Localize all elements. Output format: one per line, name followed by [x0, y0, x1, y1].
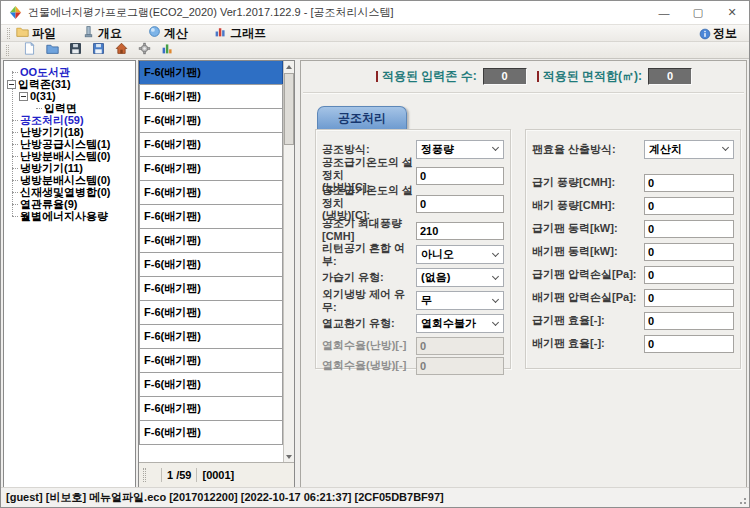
save-icon: [69, 41, 82, 59]
tree-branch-line: [12, 204, 18, 205]
fan-field-input[interactable]: [644, 312, 734, 330]
fan-field-input[interactable]: [644, 335, 734, 353]
air-handling-field-input: [416, 357, 504, 375]
list-item-label: F-6(배기팬): [144, 65, 201, 80]
fan-field-input[interactable]: [644, 197, 734, 215]
tab-air-handling[interactable]: 공조처리: [317, 106, 407, 129]
detail-panel: 적용된 입력존 수: 0 적용된 면적합(㎡): 0 공조처리 공조방식:정풍량…: [300, 60, 747, 488]
chevron-down-icon: [492, 249, 499, 256]
list-item[interactable]: F-6(배기팬): [139, 108, 283, 133]
list-item-label: F-6(배기팬): [144, 377, 201, 392]
new-file-button[interactable]: [22, 43, 36, 57]
menu-item-overview[interactable]: 개요: [82, 25, 122, 42]
save-button[interactable]: [68, 43, 82, 57]
main-area: OO도서관입력존(31)0(31)입력면공조처리(59)난방기기(18)난방공급…: [1, 59, 749, 489]
select-value: 정풍량: [421, 142, 454, 157]
status-text: [guest] [비보호] 메뉴얼파일.eco [2017012200] [20…: [6, 490, 444, 505]
tree-branch-line: [12, 216, 18, 217]
chevron-down-icon: [492, 272, 499, 279]
list-scrollbar[interactable]: [283, 61, 294, 462]
menu-item-label: 그래프: [230, 25, 266, 42]
form-row: 배기팬 압력손실[Pa]:: [532, 286, 734, 309]
scroll-up-arrow[interactable]: [284, 61, 294, 72]
list-item[interactable]: F-6(배기팬): [139, 156, 283, 181]
form-row: 급기팬 압력손실[Pa]:: [532, 263, 734, 286]
scrollbar-thumb[interactable]: [284, 73, 294, 145]
field-label: 급기팬 효율[-]:: [532, 314, 644, 327]
list-item[interactable]: F-6(배기팬): [139, 61, 283, 85]
open-folder-button[interactable]: [45, 43, 59, 57]
list-item-label: F-6(배기팬): [144, 233, 201, 248]
field-label: 배기팬 동력[kW]:: [532, 245, 644, 258]
field-label: 리턴공기 혼합 여부:: [322, 242, 416, 267]
save-as-button[interactable]: [91, 43, 105, 57]
close-button[interactable]: ✕: [715, 1, 749, 24]
collapse-icon[interactable]: [19, 92, 28, 101]
tree-branch-line: [12, 180, 18, 181]
chart-icon: [161, 41, 174, 59]
field-label: 가습기 유형:: [322, 271, 416, 284]
list-item[interactable]: F-6(배기팬): [139, 372, 283, 397]
form-row: 열회수율(난방)[-]: [322, 335, 504, 355]
tree-item[interactable]: 월별에너지사용량: [4, 210, 135, 222]
minimize-button[interactable]: —: [647, 1, 681, 24]
project-tree-panel: OO도서관입력존(31)0(31)입력면공조처리(59)난방기기(18)난방공급…: [3, 60, 136, 488]
settings-button[interactable]: [137, 43, 151, 57]
calc-menu-icon: [148, 25, 161, 41]
tree-branch-line: [12, 144, 18, 145]
air-handling-field-select[interactable]: 정풍량: [416, 140, 504, 159]
field-label: 급기팬 동력[kW]:: [532, 222, 644, 235]
list-item[interactable]: F-6(배기팬): [139, 348, 283, 373]
air-handling-field-select[interactable]: 아니오: [416, 245, 504, 264]
form-row: 가습기 유형:(없음): [322, 266, 504, 289]
menu-item-graph[interactable]: 그래프: [214, 25, 266, 42]
field-label: 열교환기 유형:: [322, 317, 416, 330]
menu-item-file[interactable]: 파일: [16, 25, 56, 42]
air-handling-field-input[interactable]: [416, 195, 504, 213]
air-handling-field-select[interactable]: 열회수불가: [416, 314, 504, 333]
list-item-label: F-6(배기팬): [144, 137, 201, 152]
collapse-icon[interactable]: [7, 80, 16, 89]
home-button[interactable]: [114, 43, 128, 57]
list-item[interactable]: F-6(배기팬): [139, 204, 283, 229]
list-item[interactable]: F-6(배기팬): [139, 300, 283, 325]
list-item[interactable]: F-6(배기팬): [139, 132, 283, 157]
window-controls: — ▢ ✕: [647, 1, 749, 24]
field-label: 급기팬 압력손실[Pa]:: [532, 268, 644, 281]
air-handling-field-input[interactable]: [416, 222, 504, 240]
tree-branch-line: [12, 72, 18, 73]
chart-button[interactable]: [160, 43, 174, 57]
fan-field-input[interactable]: [644, 220, 734, 238]
air-handling-field-input[interactable]: [416, 167, 504, 185]
list-item[interactable]: F-6(배기팬): [139, 324, 283, 349]
air-handling-field-select[interactable]: 무: [416, 291, 504, 310]
item-list-panel: F-6(배기팬)F-6(배기팬)F-6(배기팬)F-6(배기팬)F-6(배기팬)…: [138, 60, 295, 488]
fan-field-input[interactable]: [644, 289, 734, 307]
applied-area-value: 0: [648, 68, 692, 85]
scroll-down-arrow[interactable]: [284, 451, 294, 462]
file-menu-icon: [16, 25, 29, 41]
tree-branch-line: [12, 120, 18, 121]
list-item[interactable]: F-6(배기팬): [139, 396, 283, 421]
maximize-button[interactable]: ▢: [681, 1, 715, 24]
air-handling-field-select[interactable]: (없음): [416, 268, 504, 287]
fan-field-select[interactable]: 계산치: [644, 140, 734, 159]
list-item[interactable]: F-6(배기팬): [139, 180, 283, 205]
app-logo-icon: [8, 5, 23, 20]
list-item[interactable]: F-6(배기팬): [139, 228, 283, 253]
graph-menu-icon: [214, 25, 227, 41]
field-label: 공조방식:: [322, 143, 416, 156]
list-item[interactable]: F-6(배기팬): [139, 252, 283, 277]
field-label: 배기 풍량[CMH]:: [532, 199, 644, 212]
fan-field-input[interactable]: [644, 174, 734, 192]
list-item[interactable]: F-6(배기팬): [139, 420, 283, 445]
list-item[interactable]: F-6(배기팬): [139, 84, 283, 109]
fan-field-input[interactable]: [644, 266, 734, 284]
resize-grip[interactable]: [737, 495, 747, 505]
menu-item-calc[interactable]: 계산: [148, 25, 188, 42]
fan-field-input[interactable]: [644, 243, 734, 261]
list-item-label: F-6(배기팬): [144, 401, 201, 416]
tree-item[interactable]: 입력존(31): [4, 78, 135, 90]
info-button[interactable]: 정보: [699, 25, 737, 42]
list-item[interactable]: F-6(배기팬): [139, 276, 283, 301]
